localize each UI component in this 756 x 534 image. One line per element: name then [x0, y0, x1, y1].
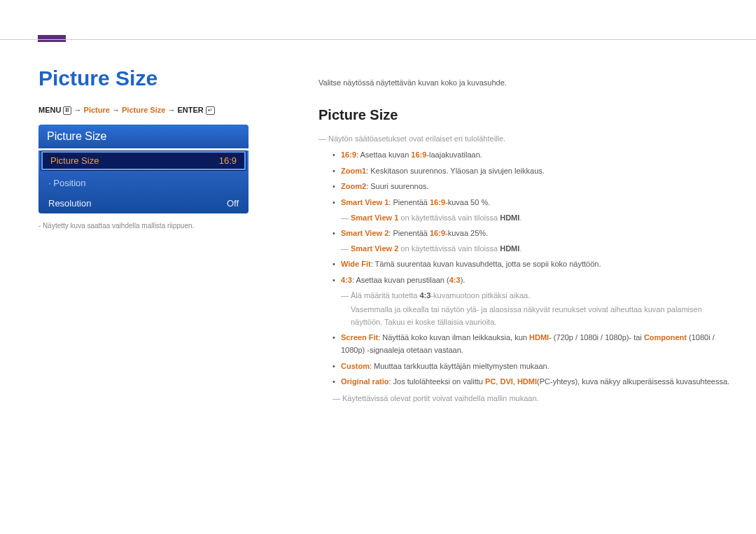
arrow-icon: → — [74, 106, 82, 114]
osd-row-position[interactable]: Position — [38, 173, 248, 193]
list-item: Zoom1: Keskitason suurennos. Yläosan ja … — [332, 165, 732, 178]
page-title: Picture Size — [38, 66, 273, 90]
list-item: Smart View 1: Pienentää 16:9-kuvaa 50 %.… — [332, 197, 732, 224]
osd-label: Position — [48, 178, 85, 188]
osd-row-resolution[interactable]: Resolution Off — [38, 193, 248, 213]
breadcrumb: MENU Ⅲ → Picture → Picture Size → ENTER … — [38, 106, 273, 115]
list-item: 4:3: Asettaa kuvan perustilaan (4:3). Äl… — [332, 274, 732, 328]
note-bottom: Käytettävissä olevat portit voivat vaihd… — [332, 393, 732, 405]
sub-note: Smart View 2 on käytettävissä vain tiloi… — [341, 243, 732, 255]
list-item: Original ratio: Jos tulolähteeksi on val… — [332, 376, 732, 388]
osd-caption: Näytetty kuva saattaa vaihdella mallista… — [38, 222, 273, 230]
breadcrumb-picture-size: Picture Size — [122, 106, 165, 114]
list-item: Custom: Muuttaa tarkkuutta käyttäjän mie… — [332, 360, 732, 373]
arrow-icon: → — [167, 106, 175, 114]
list-item: Wide Fit: Tämä suurentaa kuvan kuvasuhde… — [332, 258, 732, 271]
osd-label: Resolution — [48, 198, 91, 209]
menu-icon: Ⅲ — [63, 106, 71, 115]
sub-note: Smart View 1 on käytettävissä vain tiloi… — [341, 212, 732, 225]
osd-panel: Picture Size Picture Size 16:9 Position … — [38, 125, 248, 213]
enter-icon: ↵ — [206, 106, 215, 115]
list-item: Zoom2: Suuri suurennos. — [332, 181, 732, 193]
osd-value: 16:9 — [219, 155, 237, 166]
arrow-icon: → — [112, 106, 120, 114]
osd-row-picture-size[interactable]: Picture Size 16:9 — [41, 150, 246, 171]
list-item: Smart View 2: Pienentää 16:9-kuvaa 25%. … — [332, 227, 732, 255]
intro-text: Valitse näytössä näytettävän kuvan koko … — [318, 77, 732, 90]
breadcrumb-picture: Picture — [84, 106, 110, 114]
sub-note: Älä määritä tuotetta 4:3-kuvamuotoon pit… — [341, 290, 732, 302]
breadcrumb-menu: MENU — [38, 106, 61, 114]
list-item: 16:9: Asettaa kuvan 16:9-laajakuvatilaan… — [332, 149, 732, 162]
osd-header: Picture Size — [38, 125, 248, 148]
note-top: Näytön säätöasetukset ovat erilaiset eri… — [318, 133, 732, 146]
osd-label: Picture Size — [50, 155, 99, 166]
option-list: 16:9: Asettaa kuvan 16:9-laajakuvatilaan… — [332, 149, 732, 388]
section-title: Picture Size — [318, 104, 732, 126]
breadcrumb-enter: ENTER — [177, 106, 203, 114]
sub-note-line2: Vasemmalla ja oikealla tai näytön ylä- j… — [341, 304, 732, 328]
list-item: Screen Fit: Näyttää koko kuvan ilman lei… — [332, 332, 732, 356]
osd-value: Off — [227, 198, 239, 209]
